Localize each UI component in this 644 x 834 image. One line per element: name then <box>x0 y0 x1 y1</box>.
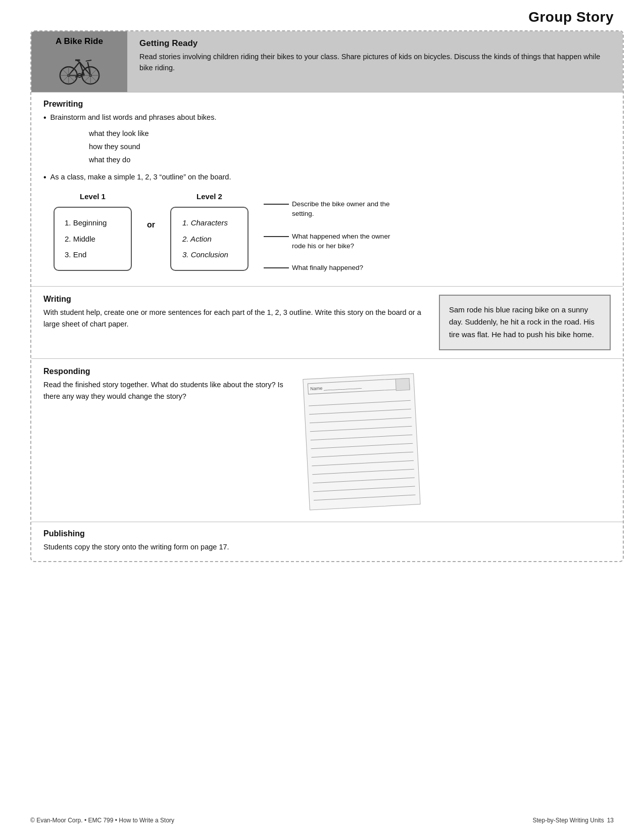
getting-ready-body: Read stories involving children riding t… <box>139 52 613 74</box>
bullet-1: • Brainstorm and list words and phrases … <box>43 112 611 124</box>
indent-item-1: what they look like <box>89 127 611 140</box>
prewriting-title: Prewriting <box>43 100 611 109</box>
bullet-1-text: Brainstorm and list words and phrases ab… <box>51 112 217 123</box>
footer-left: © Evan-Moor Corp. • EMC 799 • How to Wri… <box>30 817 174 824</box>
lined-paper: Name _______________ <box>303 373 420 510</box>
writing-section: Writing With student help, create one or… <box>31 286 623 358</box>
annotations-area: Describe the bike owner and the setting.… <box>264 195 403 280</box>
annotation-text-3: What finally happened? <box>292 263 363 273</box>
paper-header: Name _______________ <box>308 378 410 395</box>
level2-item-2: 2. Action <box>182 231 236 247</box>
paper-lines <box>308 392 415 500</box>
responding-left: Responding Read the finished story toget… <box>43 367 296 402</box>
writing-left: Writing With student help, create one or… <box>43 295 439 330</box>
writing-title: Writing <box>43 295 429 304</box>
prewriting-section: Prewriting • Brainstorm and list words a… <box>31 92 623 286</box>
arrow-1 <box>264 204 289 205</box>
publishing-section: Publishing Students copy the story onto … <box>31 522 623 561</box>
responding-body: Read the finished story together. What d… <box>43 379 286 402</box>
footer-right-text: Step-by-Step Writing Units <box>532 817 604 824</box>
level1-box: 1. Beginning 2. Middle 3. End <box>54 207 132 271</box>
publishing-title: Publishing <box>43 529 611 538</box>
bike-ride-title: A Bike Ride <box>56 36 103 47</box>
header-content: Getting Ready Read stories involving chi… <box>127 31 623 92</box>
sample-story-box: Sam rode his blue racing bike on a sunny… <box>439 295 611 350</box>
annotation-2: What happened when the owner rode his or… <box>264 232 403 251</box>
level2-area: Level 2 1. Characters 2. Action 3. Concl… <box>170 191 403 280</box>
header-title-box: A Bike Ride <box>31 31 127 92</box>
level1-label: Level 1 <box>80 191 106 203</box>
card-header: A Bike Ride <box>31 31 623 92</box>
level1-col: Level 1 1. Beginning 2. Middle 3. End <box>54 191 132 271</box>
svg-line-9 <box>85 60 91 61</box>
level2-col: Level 2 1. Characters 2. Action 3. Concl… <box>170 191 249 271</box>
page-footer: © Evan-Moor Corp. • EMC 799 • How to Wri… <box>30 817 614 824</box>
outline-area: Level 1 1. Beginning 2. Middle 3. End or… <box>54 191 611 280</box>
indent-item-3: what they do <box>89 153 611 166</box>
level1-item-1: 1. Beginning <box>65 215 121 231</box>
getting-ready-title: Getting Ready <box>139 38 613 49</box>
bullet-dot-1: • <box>43 112 46 124</box>
indent-item-2: how they sound <box>89 140 611 153</box>
sample-story-text: Sam rode his blue racing bike on a sunny… <box>449 304 601 341</box>
writing-body: With student help, create one or more se… <box>43 307 429 330</box>
level1-item-2: 2. Middle <box>65 231 121 247</box>
main-card: A Bike Ride <box>30 30 624 562</box>
page-title: Group Story <box>0 0 644 30</box>
bullet-dot-2: • <box>43 171 46 183</box>
publishing-body: Students copy the story onto the writing… <box>43 541 611 553</box>
bullet-2: • As a class, make a simple 1, 2, 3 “out… <box>43 171 611 183</box>
indented-list: what they look like how they sound what … <box>89 127 611 166</box>
or-label: or <box>147 218 155 231</box>
footer-right: Step-by-Step Writing Units 13 <box>532 817 614 824</box>
bullet-2-text: As a class, make a simple 1, 2, 3 “outli… <box>51 171 231 183</box>
arrow-2 <box>264 236 289 237</box>
level2-item-3: 3. Conclusion <box>182 247 236 263</box>
svg-line-4 <box>68 62 79 75</box>
level2-label: Level 2 <box>196 191 222 203</box>
page-number: 13 <box>607 817 614 824</box>
level2-item-1: 1. Characters <box>182 215 236 231</box>
level1-item-3: 3. End <box>65 247 121 263</box>
paper-icon <box>395 378 410 391</box>
responding-title: Responding <box>43 367 286 376</box>
level2-box: 1. Characters 2. Action 3. Conclusion <box>170 207 249 271</box>
bike-image <box>57 51 102 87</box>
arrow-3 <box>264 267 289 268</box>
responding-section: Responding Read the finished story toget… <box>31 358 623 522</box>
annotation-text-2: What happened when the owner rode his or… <box>292 232 403 251</box>
annotation-text-1: Describe the bike owner and the setting. <box>292 200 403 219</box>
annotation-1: Describe the bike owner and the setting. <box>264 200 403 219</box>
sample-story-wrapper: Sam rode his blue racing bike on a sunny… <box>439 295 611 350</box>
writing-form-img: Name _______________ <box>296 372 417 514</box>
annotation-3: What finally happened? <box>264 263 403 273</box>
bicycle-icon <box>58 52 101 86</box>
